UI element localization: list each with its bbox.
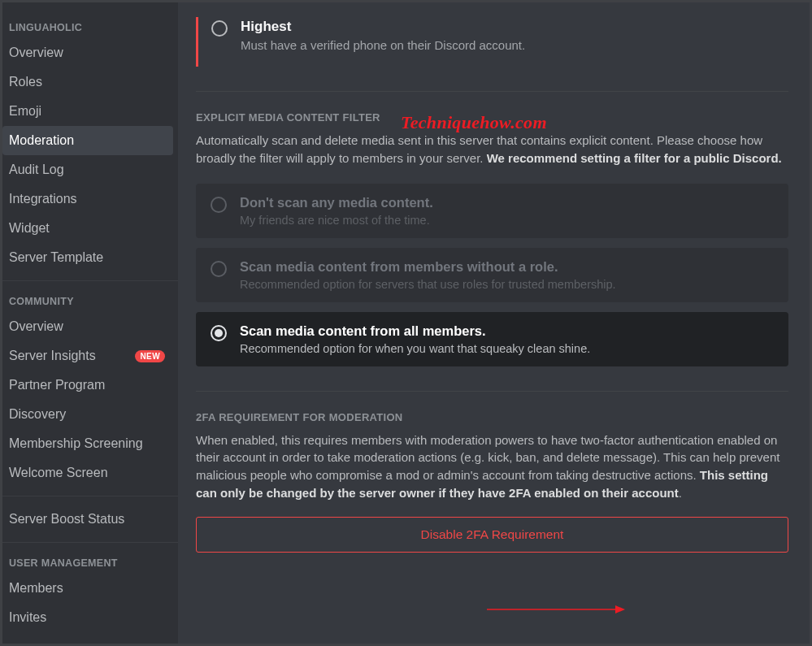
sidebar-item-invites[interactable]: Invites bbox=[2, 603, 173, 632]
watermark-text: Techniquehow.com bbox=[401, 112, 547, 133]
option-title: Highest bbox=[241, 19, 525, 35]
sidebar-item-server-insights[interactable]: Server InsightsNEW bbox=[2, 341, 173, 371]
explicit-filter-description: Automatically scan and delete media sent… bbox=[196, 132, 788, 167]
sidebar-item-roles[interactable]: Roles bbox=[2, 67, 173, 97]
option-description: Recommended option for when you want tha… bbox=[240, 342, 590, 355]
sidebar-item-discovery[interactable]: Discovery bbox=[2, 400, 173, 429]
filter-option-none[interactable]: Don't scan any media content. My friends… bbox=[196, 184, 788, 238]
sidebar-item-audit-log[interactable]: Audit Log bbox=[2, 155, 173, 184]
svg-marker-1 bbox=[615, 605, 625, 613]
radio-icon bbox=[211, 20, 228, 37]
sidebar-item-community-overview[interactable]: Overview bbox=[2, 312, 173, 341]
sidebar-item-server-boost[interactable]: Server Boost Status bbox=[2, 505, 173, 534]
filter-option-all-members[interactable]: Scan media content from all members. Rec… bbox=[196, 312, 788, 366]
option-description: Must have a verified phone on their Disc… bbox=[241, 38, 525, 52]
sidebar-item-welcome-screen[interactable]: Welcome Screen bbox=[2, 458, 173, 488]
sidebar-item-integrations[interactable]: Integrations bbox=[2, 184, 173, 214]
option-title: Don't scan any media content. bbox=[240, 195, 433, 210]
main-content: Highest Must have a verified phone on th… bbox=[178, 2, 810, 644]
section-divider bbox=[196, 391, 788, 392]
sidebar-item-emoji[interactable]: Emoji bbox=[2, 97, 173, 126]
sidebar-item-server-template[interactable]: Server Template bbox=[2, 243, 173, 272]
radio-selected-icon bbox=[211, 325, 227, 341]
radio-icon bbox=[211, 197, 227, 213]
sidebar-item-partner-program[interactable]: Partner Program bbox=[2, 371, 173, 400]
disable-2fa-button[interactable]: Disable 2FA Requirement bbox=[196, 517, 788, 553]
option-title: Scan media content from members without … bbox=[240, 259, 616, 275]
sidebar-item-membership-screening[interactable]: Membership Screening bbox=[2, 429, 173, 458]
sidebar-category-linguaholic: LINGUAHOLIC bbox=[2, 15, 178, 38]
sidebar-item-widget[interactable]: Widget bbox=[2, 214, 173, 243]
option-description: My friends are nice most of the time. bbox=[240, 214, 433, 227]
sidebar-divider bbox=[2, 496, 178, 496]
sidebar-category-user-management: USER MANAGEMENT bbox=[2, 551, 178, 574]
option-description: Recommended option for servers that use … bbox=[240, 278, 616, 291]
settings-sidebar: LINGUAHOLIC Overview Roles Emoji Moderat… bbox=[2, 2, 178, 644]
twofa-description: When enabled, this requires members with… bbox=[196, 431, 788, 502]
section-divider bbox=[196, 91, 788, 92]
sidebar-item-members[interactable]: Members bbox=[2, 574, 173, 603]
verification-level-highest[interactable]: Highest Must have a verified phone on th… bbox=[196, 17, 788, 67]
twofa-heading: 2FA REQUIREMENT FOR MODERATION bbox=[196, 411, 788, 423]
sidebar-item-moderation[interactable]: Moderation bbox=[2, 126, 173, 155]
annotation-arrow-icon bbox=[487, 601, 625, 618]
new-badge: NEW bbox=[135, 350, 165, 362]
option-title: Scan media content from all members. bbox=[240, 323, 590, 339]
radio-icon bbox=[211, 261, 227, 277]
filter-option-no-role[interactable]: Scan media content from members without … bbox=[196, 248, 788, 302]
sidebar-item-overview[interactable]: Overview bbox=[2, 38, 173, 67]
sidebar-divider bbox=[2, 280, 178, 281]
sidebar-category-community: COMMUNITY bbox=[2, 289, 178, 312]
sidebar-divider bbox=[2, 542, 178, 543]
